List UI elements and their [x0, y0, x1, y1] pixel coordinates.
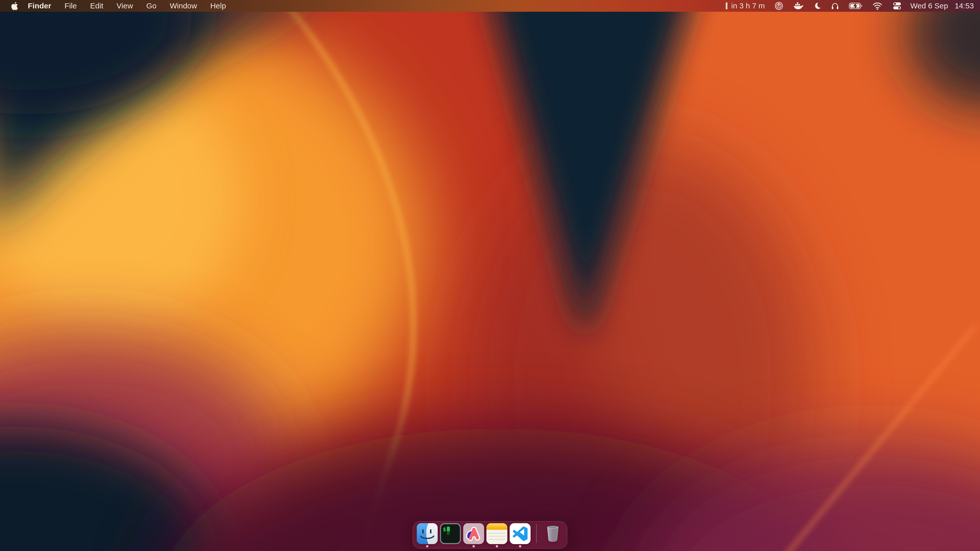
dock-item-finder[interactable] — [417, 523, 438, 548]
running-indicator — [496, 545, 498, 548]
headphones-icon — [831, 2, 839, 10]
arc-browser-icon — [463, 523, 484, 544]
countdown-status[interactable]: in 3 h 7 m — [725, 2, 765, 10]
wifi-icon — [873, 2, 882, 10]
focus-menu-item[interactable] — [813, 2, 821, 10]
menu-bar-date: Wed 6 Sep — [910, 2, 948, 10]
audio-menu-item[interactable] — [831, 2, 839, 10]
moon-icon — [813, 2, 821, 10]
wifi-menu-item[interactable] — [873, 2, 882, 10]
notes-icon — [487, 523, 508, 544]
dock-item-terminal[interactable]: $ — [440, 523, 461, 548]
menu-app-finder[interactable]: Finder — [21, 0, 58, 12]
menu-bar: Finder File Edit View Go Window Help in … — [0, 0, 980, 12]
apple-icon — [11, 2, 18, 10]
menu-edit[interactable]: Edit — [83, 0, 110, 12]
battery-menu-item[interactable] — [849, 2, 863, 10]
terminal-icon: $ — [440, 523, 461, 544]
control-center-menu-item[interactable] — [892, 2, 902, 10]
menu-help[interactable]: Help — [204, 0, 233, 12]
docker-menu-item[interactable] — [793, 2, 803, 10]
menu-go[interactable]: Go — [140, 0, 163, 12]
1password-icon — [775, 2, 783, 10]
trash-icon — [542, 523, 563, 544]
svg-text:$: $ — [443, 526, 446, 532]
menu-view[interactable]: View — [110, 0, 140, 12]
menu-file[interactable]: File — [58, 0, 83, 12]
dock-separator — [536, 524, 537, 543]
wallpaper-ventura — [0, 0, 980, 551]
menu-window[interactable]: Window — [163, 0, 204, 12]
finder-icon — [417, 523, 438, 544]
clock-menu-item[interactable]: Wed 6 Sep 14:53 — [910, 2, 974, 10]
countdown-label: in 3 h 7 m — [731, 2, 765, 10]
vscode-icon — [510, 523, 531, 544]
dock-item-trash[interactable] — [542, 523, 563, 548]
apple-menu[interactable] — [11, 2, 21, 10]
dock: $ — [413, 521, 567, 549]
dock-item-notes[interactable] — [487, 523, 508, 548]
menu-bar-status-area: in 3 h 7 m — [725, 2, 974, 10]
running-indicator — [519, 545, 522, 548]
menu-bar-left: Finder File Edit View Go Window Help — [11, 0, 233, 12]
control-center-icon — [892, 2, 902, 10]
desktop: Finder File Edit View Go Window Help in … — [0, 0, 980, 551]
battery-charging-icon — [849, 2, 863, 10]
running-indicator — [426, 545, 428, 548]
running-indicator — [473, 545, 475, 548]
docker-whale-icon — [793, 2, 803, 10]
vertical-bar-icon — [725, 2, 728, 10]
1password-menu-item[interactable] — [775, 2, 783, 10]
menu-bar-time: 14:53 — [955, 2, 974, 10]
dock-item-arc-browser[interactable] — [463, 523, 484, 548]
dock-item-vscode[interactable] — [510, 523, 531, 548]
